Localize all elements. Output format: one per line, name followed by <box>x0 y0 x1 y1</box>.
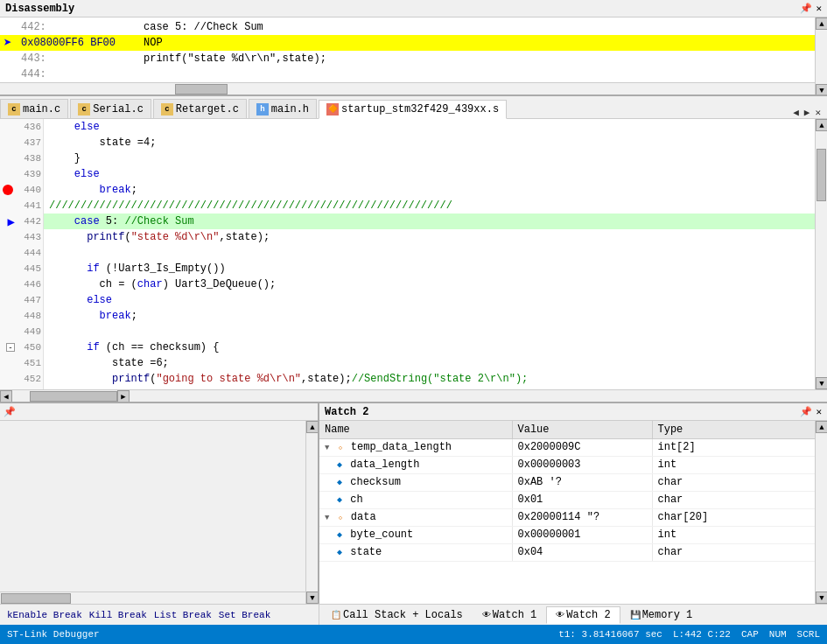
code-area: 436 437 438 439 440 441 ▶ 442 <box>0 119 827 389</box>
watch-type-data-length: int <box>652 456 827 473</box>
disassembly-close-icon[interactable]: ✕ <box>816 3 822 14</box>
gutter-441: 441 <box>0 198 43 214</box>
watch-vscrollbar: ▲ ▼ <box>815 421 827 604</box>
disasm-addr-2: 0x08000FF6 BF00 <box>21 37 144 49</box>
watch-pin-icon[interactable]: 📌 <box>800 406 812 417</box>
watch-scroll-up[interactable]: ▲ <box>816 421 827 433</box>
status-scrl: SCRL <box>797 629 820 640</box>
varname-temp-data-length: temp_data_length <box>351 441 452 453</box>
tab-scroll-right[interactable]: ▶ <box>802 107 813 118</box>
disasm-addr-1: 442: <box>21 21 144 33</box>
watch-type-state: char <box>652 543 827 561</box>
tab-label-retarget-c: Retarget.c <box>176 103 239 116</box>
watch-name-byte-count: ◆ byte_count <box>319 526 512 543</box>
watch-value-state: 0x04 <box>512 543 652 561</box>
watch-scroll-down[interactable]: ▼ <box>816 592 827 604</box>
tab-icon-startup-s: 🔶 <box>326 103 339 116</box>
break-kill-btn[interactable]: Kill Break <box>86 609 151 621</box>
tab-retarget-c[interactable]: c Retarget.c <box>153 99 247 118</box>
tab-main-c[interactable]: c main.c <box>0 99 68 118</box>
watch1-label: Watch 1 <box>493 609 536 621</box>
gutter-453: 453 <box>0 387 43 389</box>
code-scroll-up[interactable]: ▲ <box>816 119 827 131</box>
tab-startup-s[interactable]: 🔶 startup_stm32f429_439xx.s <box>319 100 507 119</box>
left-hscroll-thumb[interactable] <box>1 593 71 604</box>
linenum-452: 452 <box>17 374 41 384</box>
tab-memory-1[interactable]: 💾 Memory 1 <box>620 606 703 624</box>
left-scroll-up[interactable]: ▲ <box>306 421 318 433</box>
watch-title: Watch 2 <box>325 406 368 418</box>
code-vscroll-thumb[interactable] <box>816 149 826 201</box>
linenum-445: 445 <box>17 263 41 274</box>
break-set-btn[interactable]: Set Break <box>215 609 274 621</box>
tab-label-main-h: main.h <box>271 103 309 116</box>
col-value: Value <box>512 421 652 438</box>
linenum-440: 440 <box>17 185 41 195</box>
disasm-scroll-down[interactable]: ▼ <box>816 84 827 96</box>
code-content[interactable]: else state =4; } else break; ///////////… <box>44 119 815 389</box>
watch-name-ch: ◆ ch <box>319 491 512 508</box>
watch-close-icon[interactable]: ✕ <box>816 406 822 417</box>
gutter-443: 443 <box>0 229 43 245</box>
col-name: Name <box>319 421 512 438</box>
code-hscroll-thumb[interactable] <box>30 391 117 402</box>
gutter-439: 439 <box>0 166 43 182</box>
watch-name-data-length: ◆ data_length <box>319 456 512 473</box>
disassembly-panel: Disassembly 📌 ✕ 442: case 5: //Check Sum… <box>0 0 827 96</box>
watch-controls: 📌 ✕ <box>796 406 822 417</box>
tab-close-all[interactable]: ✕ <box>812 107 823 118</box>
bottom-tabs-container: 📋 Call Stack + Locals 👁 Watch 1 👁 Watch … <box>319 605 827 625</box>
code-hscroll-left[interactable]: ◀ <box>0 390 12 402</box>
watch-name-state: ◆ state <box>319 543 512 561</box>
disasm-row-443: 443: printf("state %d\r\n",state); <box>0 51 827 66</box>
call-stack-label: Call Stack + Locals <box>343 609 463 621</box>
fold-450[interactable]: - <box>6 343 15 352</box>
disasm-hscroll-thumb[interactable] <box>175 84 228 94</box>
status-time: t1: 3.81416067 sec <box>558 629 662 640</box>
disassembly-title: Disassembly <box>5 3 74 15</box>
tab-watch-1[interactable]: 👁 Watch 1 <box>473 606 546 624</box>
left-scroll-track <box>306 433 318 592</box>
disasm-scroll-up[interactable]: ▲ <box>816 18 827 30</box>
breakpoint-440[interactable] <box>3 185 13 195</box>
watch-table: Name Value Type ▼ ⬦ temp_data_length 0x2… <box>319 421 827 562</box>
bottom-left-pin[interactable]: 📌 <box>4 406 16 417</box>
expand-temp-data-length[interactable]: ▼ <box>325 444 329 452</box>
left-scroll-down[interactable]: ▼ <box>306 592 318 604</box>
gutter-444: 444 <box>0 245 43 261</box>
break-list-btn[interactable]: List Break <box>151 609 215 621</box>
line-gutter: 436 437 438 439 440 441 ▶ 442 <box>0 119 44 389</box>
watch-row-data-length: ◆ data_length 0x00000003 int <box>319 456 827 473</box>
expand-data[interactable]: ▼ <box>325 514 329 522</box>
linenum-451: 451 <box>17 358 41 368</box>
code-442: case 5: //Check Sum <box>44 214 815 229</box>
gutter-446: 446 <box>0 276 43 292</box>
disasm-hscrollbar <box>0 82 815 94</box>
linenum-442: 442 <box>17 216 41 227</box>
break-enable-btn[interactable]: kEnable Break <box>4 609 86 621</box>
code-452: printf("going to state %d\r\n",state);//… <box>44 371 815 387</box>
col-type: Type <box>652 421 827 438</box>
tab-serial-c[interactable]: c Serial.c <box>70 99 151 118</box>
code-440: break; <box>44 182 815 198</box>
disassembly-content: 442: case 5: //Check Sum ➤ 0x08000FF6 BF… <box>0 18 827 84</box>
tab-label-startup-s: startup_stm32f429_439xx.s <box>341 103 499 116</box>
tab-main-h[interactable]: h main.h <box>249 99 317 118</box>
code-hscroll-right[interactable]: ▶ <box>117 390 130 402</box>
varname-data-length: data_length <box>350 458 419 471</box>
left-hscrollbar <box>0 592 305 604</box>
watch-row-temp-data-length: ▼ ⬦ temp_data_length 0x2000009C int[2] <box>319 438 827 456</box>
var-icon-ch: ◆ <box>337 495 342 505</box>
status-caps: CAP <box>741 629 759 640</box>
disassembly-pin-icon[interactable]: 📌 <box>800 3 812 14</box>
var-icon-data-length: ◆ <box>337 460 342 470</box>
tab-watch-2[interactable]: 👁 Watch 2 <box>546 606 620 624</box>
disasm-row-nop: ➤ 0x08000FF6 BF00 NOP <box>0 35 827 51</box>
tab-scroll-left[interactable]: ◀ <box>790 107 802 118</box>
gutter-440: 440 <box>0 182 43 198</box>
linenum-447: 447 <box>17 295 41 305</box>
tab-call-stack[interactable]: 📋 Call Stack + Locals <box>321 606 473 624</box>
bottom-left-content: ▲ ▼ <box>0 421 318 604</box>
disasm-code-1: case 5: //Check Sum <box>144 21 263 33</box>
code-scroll-down[interactable]: ▼ <box>816 377 827 389</box>
